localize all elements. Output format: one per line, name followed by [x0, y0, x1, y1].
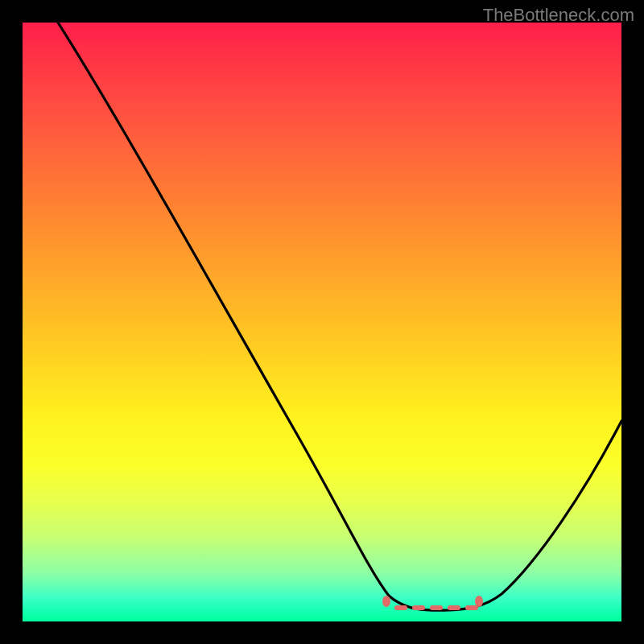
dash — [465, 605, 478, 610]
dash — [394, 605, 407, 610]
chart-container: TheBottleneck.com — [0, 0, 644, 644]
dash — [448, 605, 460, 610]
bottleneck-curve — [58, 23, 621, 610]
dash — [430, 605, 443, 610]
optimal-zone-dashes — [394, 605, 478, 610]
watermark-text: TheBottleneck.com — [483, 5, 634, 26]
marker-left — [382, 596, 390, 607]
dash — [412, 605, 425, 610]
curve-svg — [23, 23, 621, 621]
plot-area — [23, 23, 621, 621]
